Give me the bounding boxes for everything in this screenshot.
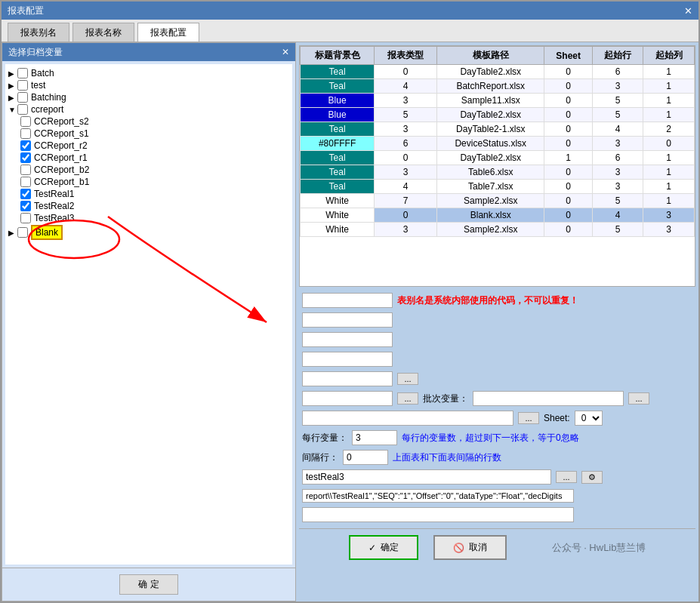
- tree-item-ccreport-r1[interactable]: CCReport_r1: [20, 152, 289, 164]
- text-input1[interactable]: [302, 469, 551, 485]
- tree-item-testreal3[interactable]: TestReal3: [20, 212, 289, 224]
- form-input4[interactable]: [302, 352, 393, 367]
- main-window: 报表配置 ✕ 报表别名 报表名称 报表配置 选择归档变量 ✕ ▶ Batch: [0, 0, 700, 603]
- table-container[interactable]: 标题背景色 报表类型 模板路径 Sheet 起始行 起始列 Teal0DayTa…: [299, 45, 695, 287]
- table-row[interactable]: White7Sample2.xlsx051: [301, 194, 695, 208]
- table-row[interactable]: White0Blank.xlsx043: [301, 208, 695, 223]
- form-input5[interactable]: [302, 371, 393, 386]
- table-cell: Teal: [301, 151, 375, 165]
- input-row2: [302, 312, 692, 328]
- table-cell: Teal: [301, 65, 375, 79]
- table-row[interactable]: Teal3DayTable2-1.xlsx042: [301, 122, 695, 137]
- text-input2[interactable]: [302, 489, 574, 503]
- table-row[interactable]: White3Sample2.xlsx053: [301, 223, 695, 237]
- table-row[interactable]: Teal3Table6.xlsx031: [301, 165, 695, 180]
- col-bg-color: 标题背景色: [301, 47, 375, 65]
- batch-var-label: 批次变量：: [423, 392, 468, 405]
- tree-checkbox-testreal3[interactable]: [20, 213, 31, 223]
- form-input2[interactable]: [302, 312, 393, 328]
- browse-button1[interactable]: ...: [556, 471, 577, 483]
- table-cell: Teal: [301, 165, 375, 180]
- alias-input[interactable]: [302, 293, 393, 308]
- tree-item-test[interactable]: ▶ test: [8, 79, 289, 91]
- row-var-input[interactable]: [352, 430, 397, 445]
- tree-checkbox-ccreport[interactable]: [17, 104, 28, 115]
- tree-item-blank[interactable]: ▶ Blank: [8, 224, 289, 241]
- left-panel-footer: 确 定: [2, 568, 295, 601]
- form-input3[interactable]: [302, 332, 393, 347]
- tree-checkbox-s1[interactable]: [20, 128, 31, 139]
- tree-arrow-batching[interactable]: ▶: [8, 94, 17, 102]
- table-cell: 4: [375, 79, 437, 94]
- tree-checkbox-r1[interactable]: [20, 152, 31, 163]
- sheet-label: Sheet:: [544, 413, 570, 423]
- batch-var-input[interactable]: [473, 391, 624, 406]
- tree-item-ccreport-r2[interactable]: CCReport_r2: [20, 140, 289, 152]
- content-area: 选择归档变量 ✕ ▶ Batch ▶ test ▶: [2, 42, 698, 601]
- tree-item-batch[interactable]: ▶ Batch: [8, 67, 289, 79]
- table-cell: 3: [375, 223, 437, 237]
- tree-checkbox-test[interactable]: [17, 80, 28, 91]
- tree-item-testreal1[interactable]: TestReal1: [20, 188, 289, 200]
- tree-arrow-blank[interactable]: ▶: [8, 229, 17, 237]
- tree-item-ccreport-s2[interactable]: CCReport_s2: [20, 115, 289, 128]
- table-row[interactable]: Teal0DayTable2.xlsx161: [301, 151, 695, 165]
- table-row[interactable]: Teal4BatchReport.xlsx031: [301, 79, 695, 94]
- cancel-button[interactable]: 🚫 取消: [433, 535, 507, 560]
- tree-item-testreal2[interactable]: TestReal2: [20, 200, 289, 212]
- tree-arrow-test[interactable]: ▶: [8, 82, 17, 90]
- interval-input[interactable]: [343, 450, 388, 465]
- batch-var-browse-btn[interactable]: ...: [628, 392, 649, 405]
- col-path: 模板路径: [437, 47, 544, 65]
- form-input7[interactable]: [302, 411, 513, 426]
- tree-checkbox-b1[interactable]: [20, 177, 31, 187]
- dots-button1[interactable]: ...: [397, 373, 418, 385]
- tree-checkbox-testreal2[interactable]: [20, 201, 31, 211]
- tree-label-test: test: [31, 80, 45, 91]
- table-cell: 1: [643, 151, 695, 165]
- tree-item-ccreport-s1[interactable]: CCReport_s1: [20, 128, 289, 140]
- table-row[interactable]: Blue5DayTable2.xlsx051: [301, 108, 695, 122]
- tree-checkbox-blank[interactable]: [17, 227, 28, 238]
- left-panel-header: 选择归档变量 ✕: [2, 43, 295, 61]
- table-row[interactable]: Teal0DayTable2.xlsx061: [301, 65, 695, 79]
- tree-arrow-batch[interactable]: ▶: [8, 69, 17, 78]
- tab-alias[interactable]: 报表别名: [8, 23, 69, 42]
- dots-button2[interactable]: ...: [397, 392, 418, 405]
- window-close-icon[interactable]: ✕: [684, 5, 692, 17]
- tree-checkbox-b2[interactable]: [20, 165, 31, 175]
- confirm-button[interactable]: ✓ 确定: [349, 535, 418, 560]
- tree-item-ccreport[interactable]: ▼ ccreport: [8, 103, 289, 115]
- tree-checkbox-batch[interactable]: [17, 68, 28, 78]
- form-input6[interactable]: [302, 391, 393, 406]
- tree-checkbox-s2[interactable]: [20, 116, 31, 127]
- table-row[interactable]: Teal4Table7.xlsx031: [301, 180, 695, 194]
- dots-row1: ...: [302, 371, 692, 386]
- dots-button3[interactable]: ...: [518, 412, 539, 424]
- tree-checkbox-r2[interactable]: [20, 140, 31, 151]
- left-panel-close-icon[interactable]: ✕: [282, 47, 289, 57]
- tree-item-ccreport-b1[interactable]: CCReport_b1: [20, 176, 289, 188]
- tree-area[interactable]: ▶ Batch ▶ test ▶ Batching: [5, 64, 292, 565]
- table-row[interactable]: Blue3Sample11.xlsx051: [301, 94, 695, 108]
- tab-config[interactable]: 报表配置: [137, 23, 199, 42]
- tree-label-testreal1: TestReal1: [34, 189, 74, 199]
- table-cell: 5: [592, 194, 643, 208]
- confirm-archive-button[interactable]: 确 定: [119, 574, 177, 595]
- tree-label-r1: CCReport_r1: [34, 152, 88, 163]
- row-var-row: 每行变量： 每行的变量数，超过则下一张表，等于0忽略: [302, 430, 692, 445]
- tree-item-batching[interactable]: ▶ Batching: [8, 91, 289, 103]
- table-cell: 3: [592, 165, 643, 180]
- table-row[interactable]: #80FFFF6DeviceStatus.xlsx030: [301, 137, 695, 151]
- tree-item-ccreport-b2[interactable]: CCReport_b2: [20, 164, 289, 176]
- sheet-select[interactable]: 0 1 2: [575, 411, 603, 426]
- gear-button[interactable]: ⚙: [581, 471, 603, 484]
- tree-arrow-ccreport[interactable]: ▼: [8, 106, 17, 114]
- table-cell: 0: [544, 137, 592, 151]
- tree-checkbox-testreal1[interactable]: [20, 189, 31, 199]
- tab-name[interactable]: 报表名称: [72, 23, 134, 42]
- text-input3[interactable]: [302, 507, 574, 522]
- table-cell: 3: [592, 79, 643, 94]
- tree-checkbox-batching[interactable]: [17, 92, 28, 103]
- table-cell: Table6.xlsx: [437, 165, 544, 180]
